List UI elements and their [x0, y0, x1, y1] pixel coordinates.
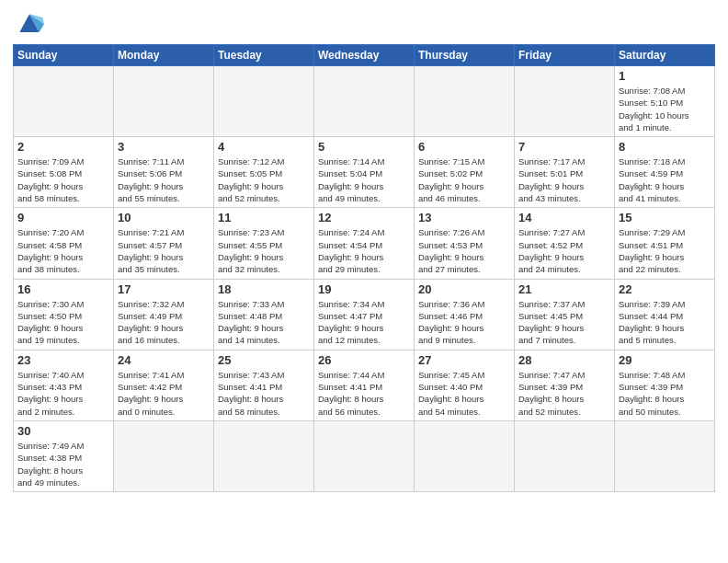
- calendar-cell: 15Sunrise: 7:29 AM Sunset: 4:51 PM Dayli…: [615, 208, 715, 279]
- calendar-cell: 9Sunrise: 7:20 AM Sunset: 4:58 PM Daylig…: [14, 208, 114, 279]
- day-info: Sunrise: 7:26 AM Sunset: 4:53 PM Dayligh…: [418, 226, 510, 275]
- day-number: 28: [518, 353, 610, 367]
- calendar-cell: 13Sunrise: 7:26 AM Sunset: 4:53 PM Dayli…: [415, 208, 515, 279]
- calendar-cell: [515, 66, 615, 137]
- day-info: Sunrise: 7:20 AM Sunset: 4:58 PM Dayligh…: [17, 226, 109, 275]
- calendar-cell: [314, 420, 415, 491]
- day-info: Sunrise: 7:36 AM Sunset: 4:46 PM Dayligh…: [418, 298, 510, 347]
- calendar-cell: 26Sunrise: 7:44 AM Sunset: 4:41 PM Dayli…: [314, 350, 415, 420]
- day-info: Sunrise: 7:17 AM Sunset: 5:01 PM Dayligh…: [518, 155, 610, 204]
- day-number: 22: [619, 282, 711, 296]
- calendar-cell: 11Sunrise: 7:23 AM Sunset: 4:55 PM Dayli…: [214, 208, 314, 279]
- day-number: 4: [218, 140, 310, 154]
- day-info: Sunrise: 7:48 AM Sunset: 4:39 PM Dayligh…: [619, 369, 711, 418]
- calendar-cell: 28Sunrise: 7:47 AM Sunset: 4:39 PM Dayli…: [515, 350, 615, 420]
- day-info: Sunrise: 7:41 AM Sunset: 4:42 PM Dayligh…: [118, 369, 210, 418]
- calendar-cell: 20Sunrise: 7:36 AM Sunset: 4:46 PM Dayli…: [415, 279, 515, 350]
- day-info: Sunrise: 7:39 AM Sunset: 4:44 PM Dayligh…: [619, 298, 711, 347]
- day-info: Sunrise: 7:15 AM Sunset: 5:02 PM Dayligh…: [418, 155, 510, 204]
- calendar-cell: [114, 66, 214, 137]
- day-number: 25: [218, 353, 310, 367]
- day-number: 27: [418, 353, 510, 367]
- day-number: 9: [17, 211, 109, 224]
- day-number: 3: [118, 140, 210, 154]
- day-info: Sunrise: 7:29 AM Sunset: 4:51 PM Dayligh…: [619, 226, 711, 275]
- calendar-cell: [515, 420, 615, 491]
- day-number: 14: [518, 211, 610, 224]
- day-number: 13: [418, 211, 510, 224]
- day-info: Sunrise: 7:30 AM Sunset: 4:50 PM Dayligh…: [17, 298, 109, 347]
- calendar-header-sunday: Sunday: [14, 45, 114, 66]
- calendar-week-2: 2Sunrise: 7:09 AM Sunset: 5:08 PM Daylig…: [14, 137, 715, 208]
- calendar: SundayMondayTuesdayWednesdayThursdayFrid…: [13, 44, 715, 492]
- day-info: Sunrise: 7:47 AM Sunset: 4:39 PM Dayligh…: [518, 369, 610, 418]
- calendar-header-saturday: Saturday: [615, 45, 715, 66]
- calendar-cell: 22Sunrise: 7:39 AM Sunset: 4:44 PM Dayli…: [615, 279, 715, 350]
- calendar-header-monday: Monday: [114, 45, 214, 66]
- day-info: Sunrise: 7:21 AM Sunset: 4:57 PM Dayligh…: [118, 226, 210, 275]
- calendar-cell: 18Sunrise: 7:33 AM Sunset: 4:48 PM Dayli…: [214, 279, 314, 350]
- calendar-cell: 30Sunrise: 7:49 AM Sunset: 4:38 PM Dayli…: [14, 420, 114, 491]
- calendar-cell: 10Sunrise: 7:21 AM Sunset: 4:57 PM Dayli…: [114, 208, 214, 279]
- calendar-header-row: SundayMondayTuesdayWednesdayThursdayFrid…: [14, 45, 715, 66]
- calendar-cell: [415, 420, 515, 491]
- calendar-cell: 19Sunrise: 7:34 AM Sunset: 4:47 PM Dayli…: [314, 279, 415, 350]
- day-number: 7: [518, 140, 610, 154]
- page: SundayMondayTuesdayWednesdayThursdayFrid…: [0, 0, 728, 563]
- calendar-week-4: 16Sunrise: 7:30 AM Sunset: 4:50 PM Dayli…: [14, 279, 715, 350]
- day-number: 17: [118, 282, 210, 296]
- day-number: 30: [17, 424, 109, 438]
- calendar-week-3: 9Sunrise: 7:20 AM Sunset: 4:58 PM Daylig…: [14, 208, 715, 279]
- calendar-cell: 14Sunrise: 7:27 AM Sunset: 4:52 PM Dayli…: [515, 208, 615, 279]
- calendar-cell: 25Sunrise: 7:43 AM Sunset: 4:41 PM Dayli…: [214, 350, 314, 420]
- calendar-cell: 2Sunrise: 7:09 AM Sunset: 5:08 PM Daylig…: [14, 137, 114, 208]
- day-info: Sunrise: 7:14 AM Sunset: 5:04 PM Dayligh…: [318, 155, 410, 204]
- calendar-week-1: 1Sunrise: 7:08 AM Sunset: 5:10 PM Daylig…: [14, 66, 715, 137]
- day-number: 18: [218, 282, 310, 296]
- day-info: Sunrise: 7:40 AM Sunset: 4:43 PM Dayligh…: [17, 369, 109, 418]
- header: [13, 9, 715, 39]
- calendar-week-5: 23Sunrise: 7:40 AM Sunset: 4:43 PM Dayli…: [14, 350, 715, 420]
- calendar-cell: 6Sunrise: 7:15 AM Sunset: 5:02 PM Daylig…: [415, 137, 515, 208]
- day-number: 16: [17, 282, 109, 296]
- calendar-cell: 16Sunrise: 7:30 AM Sunset: 4:50 PM Dayli…: [14, 279, 114, 350]
- day-number: 12: [318, 211, 410, 224]
- day-number: 29: [619, 353, 711, 367]
- calendar-cell: [214, 66, 314, 137]
- calendar-cell: 8Sunrise: 7:18 AM Sunset: 4:59 PM Daylig…: [615, 137, 715, 208]
- logo: [13, 9, 50, 39]
- day-number: 19: [318, 282, 410, 296]
- calendar-header-tuesday: Tuesday: [214, 45, 314, 66]
- calendar-cell: [314, 66, 415, 137]
- day-info: Sunrise: 7:24 AM Sunset: 4:54 PM Dayligh…: [318, 226, 410, 275]
- calendar-cell: [14, 66, 114, 137]
- day-info: Sunrise: 7:33 AM Sunset: 4:48 PM Dayligh…: [218, 298, 310, 347]
- calendar-header-wednesday: Wednesday: [314, 45, 415, 66]
- day-info: Sunrise: 7:37 AM Sunset: 4:45 PM Dayligh…: [518, 298, 610, 347]
- calendar-cell: [214, 420, 314, 491]
- day-info: Sunrise: 7:34 AM Sunset: 4:47 PM Dayligh…: [318, 298, 410, 347]
- calendar-cell: 4Sunrise: 7:12 AM Sunset: 5:05 PM Daylig…: [214, 137, 314, 208]
- day-info: Sunrise: 7:12 AM Sunset: 5:05 PM Dayligh…: [218, 155, 310, 204]
- day-info: Sunrise: 7:18 AM Sunset: 4:59 PM Dayligh…: [619, 155, 711, 204]
- day-info: Sunrise: 7:08 AM Sunset: 5:10 PM Dayligh…: [619, 85, 711, 133]
- day-number: 6: [418, 140, 510, 154]
- calendar-cell: 21Sunrise: 7:37 AM Sunset: 4:45 PM Dayli…: [515, 279, 615, 350]
- calendar-cell: 23Sunrise: 7:40 AM Sunset: 4:43 PM Dayli…: [14, 350, 114, 420]
- day-number: 15: [619, 211, 711, 224]
- day-info: Sunrise: 7:27 AM Sunset: 4:52 PM Dayligh…: [518, 226, 610, 275]
- calendar-week-6: 30Sunrise: 7:49 AM Sunset: 4:38 PM Dayli…: [14, 420, 715, 491]
- calendar-cell: 29Sunrise: 7:48 AM Sunset: 4:39 PM Dayli…: [615, 350, 715, 420]
- calendar-cell: [615, 420, 715, 491]
- day-info: Sunrise: 7:11 AM Sunset: 5:06 PM Dayligh…: [118, 155, 210, 204]
- calendar-cell: 3Sunrise: 7:11 AM Sunset: 5:06 PM Daylig…: [114, 137, 214, 208]
- day-number: 5: [318, 140, 410, 154]
- day-info: Sunrise: 7:32 AM Sunset: 4:49 PM Dayligh…: [118, 298, 210, 347]
- day-info: Sunrise: 7:43 AM Sunset: 4:41 PM Dayligh…: [218, 369, 310, 418]
- day-info: Sunrise: 7:09 AM Sunset: 5:08 PM Dayligh…: [17, 155, 109, 204]
- calendar-cell: 24Sunrise: 7:41 AM Sunset: 4:42 PM Dayli…: [114, 350, 214, 420]
- day-number: 21: [518, 282, 610, 296]
- calendar-cell: [415, 66, 515, 137]
- calendar-cell: 5Sunrise: 7:14 AM Sunset: 5:04 PM Daylig…: [314, 137, 415, 208]
- calendar-cell: 17Sunrise: 7:32 AM Sunset: 4:49 PM Dayli…: [114, 279, 214, 350]
